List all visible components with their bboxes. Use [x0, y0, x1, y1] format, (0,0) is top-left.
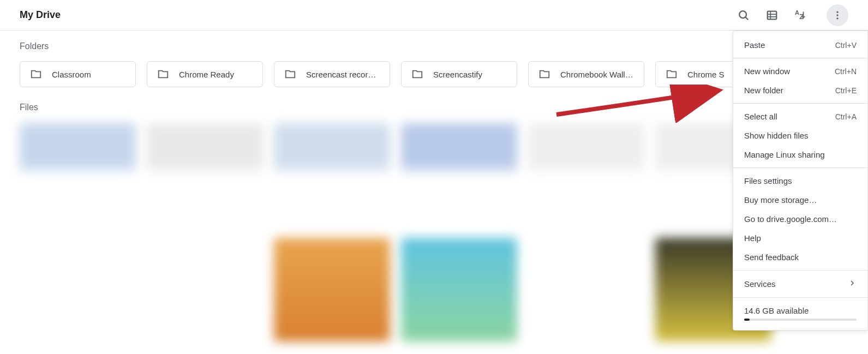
folder-classroom[interactable]: Classroom	[20, 61, 136, 87]
menu-new-window[interactable]: New window Ctrl+N	[733, 62, 867, 81]
menu-label: Paste	[744, 40, 765, 50]
menu-shortcut: Ctrl+V	[835, 41, 857, 50]
sort-icon[interactable]: AZ	[794, 9, 807, 22]
folder-icon	[284, 68, 296, 80]
menu-paste[interactable]: Paste Ctrl+V	[733, 35, 867, 55]
folder-chrome-ready[interactable]: Chrome Ready	[147, 61, 263, 87]
svg-point-9	[836, 14, 838, 16]
folder-icon	[411, 68, 423, 80]
menu-divider	[733, 297, 867, 298]
folder-screencast-recording[interactable]: Screencast recordin…	[274, 61, 390, 87]
menu-label: New window	[744, 67, 790, 76]
files-grid	[20, 123, 848, 341]
menu-goto-drive[interactable]: Go to drive.google.com…	[733, 209, 867, 229]
file-card[interactable]	[274, 238, 390, 341]
svg-point-0	[739, 11, 746, 18]
menu-label: Buy more storage…	[744, 195, 817, 205]
menu-help[interactable]: Help	[733, 229, 867, 248]
menu-divider	[733, 58, 867, 58]
file-card[interactable]	[20, 238, 136, 341]
header: My Drive AZ	[0, 0, 868, 31]
chevron-right-icon	[848, 279, 857, 289]
menu-divider	[733, 270, 867, 271]
folder-label: Screencastify	[433, 70, 482, 79]
folder-icon	[538, 68, 550, 80]
list-view-icon[interactable]	[765, 9, 779, 22]
files-section-label: Files	[20, 103, 848, 112]
context-menu: Paste Ctrl+V New window Ctrl+N New folde…	[733, 31, 868, 331]
folder-icon	[666, 68, 678, 80]
header-actions: AZ	[737, 4, 848, 26]
menu-divider	[733, 167, 867, 168]
folder-label: Chromebook Wallp…	[560, 70, 634, 79]
menu-label: Select all	[744, 112, 777, 121]
file-card[interactable]	[401, 123, 517, 227]
menu-label: Go to drive.google.com…	[744, 214, 837, 224]
file-card[interactable]	[147, 238, 263, 341]
file-card[interactable]	[528, 238, 644, 341]
menu-select-all[interactable]: Select all Ctrl+A	[733, 107, 867, 126]
folder-screencastify[interactable]: Screencastify	[401, 61, 517, 87]
storage-fill	[744, 319, 750, 321]
menu-label: Services	[744, 279, 776, 289]
file-card[interactable]	[147, 123, 263, 227]
folders-section-label: Folders	[20, 41, 848, 51]
folder-icon	[30, 68, 42, 80]
page-title: My Drive	[20, 9, 61, 21]
folder-label: Chrome Ready	[179, 70, 234, 79]
menu-manage-linux[interactable]: Manage Linux sharing	[733, 145, 867, 164]
storage-label: 14.6 GB available	[744, 306, 857, 315]
menu-show-hidden[interactable]: Show hidden files	[733, 126, 867, 145]
folder-label: Classroom	[52, 70, 91, 79]
menu-label: Show hidden files	[744, 131, 809, 140]
menu-shortcut: Ctrl+N	[835, 67, 857, 76]
svg-rect-2	[768, 11, 777, 19]
menu-divider	[733, 103, 867, 104]
more-options-icon[interactable]	[827, 4, 848, 26]
menu-label: Help	[744, 233, 761, 243]
menu-label: New folder	[744, 86, 783, 95]
menu-new-folder[interactable]: New folder Ctrl+E	[733, 81, 867, 100]
svg-line-1	[745, 17, 748, 20]
storage-bar	[744, 319, 857, 321]
folder-icon	[157, 68, 169, 80]
svg-point-8	[836, 11, 838, 13]
file-card[interactable]	[274, 123, 390, 227]
menu-storage[interactable]: 14.6 GB available	[733, 301, 867, 326]
folders-row: Classroom Chrome Ready Screencast record…	[20, 61, 848, 87]
file-card[interactable]	[20, 123, 136, 227]
menu-feedback[interactable]: Send feedback	[733, 248, 867, 267]
menu-label: Send feedback	[744, 253, 799, 262]
folder-label: Chrome S	[687, 70, 725, 79]
svg-text:A: A	[795, 9, 799, 16]
menu-label: Files settings	[744, 176, 792, 185]
search-icon[interactable]	[737, 9, 750, 22]
menu-files-settings[interactable]: Files settings	[733, 171, 867, 190]
menu-label: Manage Linux sharing	[744, 150, 825, 159]
menu-services[interactable]: Services	[733, 274, 867, 294]
folder-chromebook-wallpaper[interactable]: Chromebook Wallp…	[528, 61, 644, 87]
file-card[interactable]	[528, 123, 644, 227]
menu-buy-storage[interactable]: Buy more storage…	[733, 190, 867, 209]
folder-label: Screencast recordin…	[306, 70, 380, 79]
menu-shortcut: Ctrl+A	[835, 112, 857, 121]
file-card[interactable]	[401, 238, 517, 341]
svg-point-10	[836, 17, 838, 19]
menu-shortcut: Ctrl+E	[835, 86, 857, 95]
